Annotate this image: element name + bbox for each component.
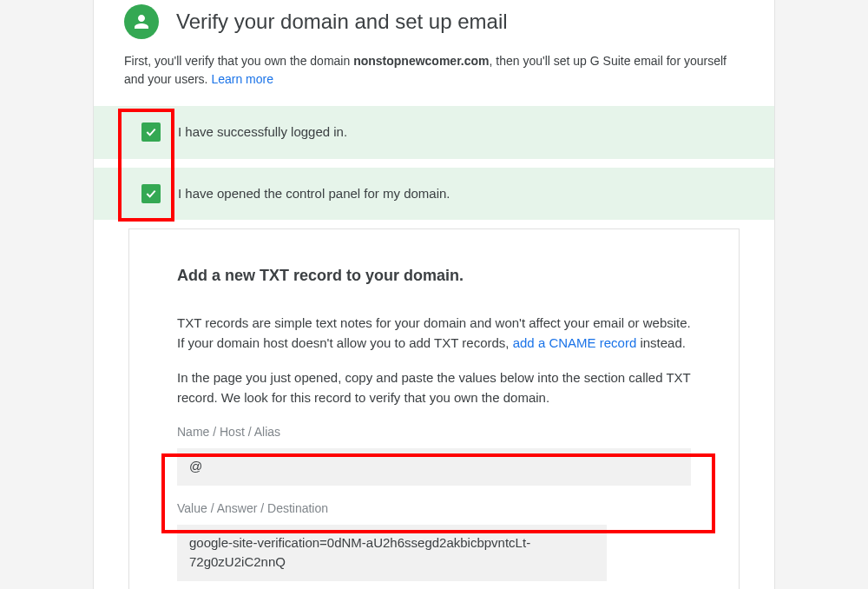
checklist-item-logged-in[interactable]: I have successfully logged in. (94, 106, 774, 159)
intro-text-before: First, you'll verify that you own the do… (124, 54, 353, 68)
panel-paragraph-2: In the page you just opened, copy and pa… (177, 368, 691, 407)
para1-after: instead. (636, 335, 686, 350)
checklist-label-1: I have successfully logged in. (178, 122, 347, 142)
checkbox-checked-icon (141, 122, 161, 142)
panel-title: Add a new TXT record to your domain. (177, 264, 691, 288)
name-host-alias-label: Name / Host / Alias (177, 423, 691, 441)
txt-record-panel: Add a new TXT record to your domain. TXT… (128, 228, 740, 589)
panel-paragraph-1: TXT records are simple text notes for yo… (177, 314, 691, 353)
intro-paragraph: First, you'll verify that you own the do… (94, 52, 774, 106)
learn-more-link[interactable]: Learn more (211, 72, 273, 86)
page-header: Verify your domain and set up email (94, 0, 774, 52)
user-icon (124, 4, 159, 39)
page-title: Verify your domain and set up email (176, 6, 508, 37)
checklist-label-2: I have opened the control panel for my d… (178, 184, 450, 204)
cname-record-link[interactable]: add a CNAME record (513, 335, 637, 350)
value-answer-destination-label: Value / Answer / Destination (177, 500, 691, 518)
checklist-item-opened-panel[interactable]: I have opened the control panel for my d… (94, 168, 774, 221)
name-host-alias-value[interactable]: @ (177, 448, 691, 486)
checkbox-checked-icon (141, 184, 161, 203)
value-answer-destination-value[interactable]: google-site-verification=0dNM-aU2h6ssegd… (177, 525, 607, 581)
intro-domain: nonstopnewcomer.com (353, 54, 489, 68)
